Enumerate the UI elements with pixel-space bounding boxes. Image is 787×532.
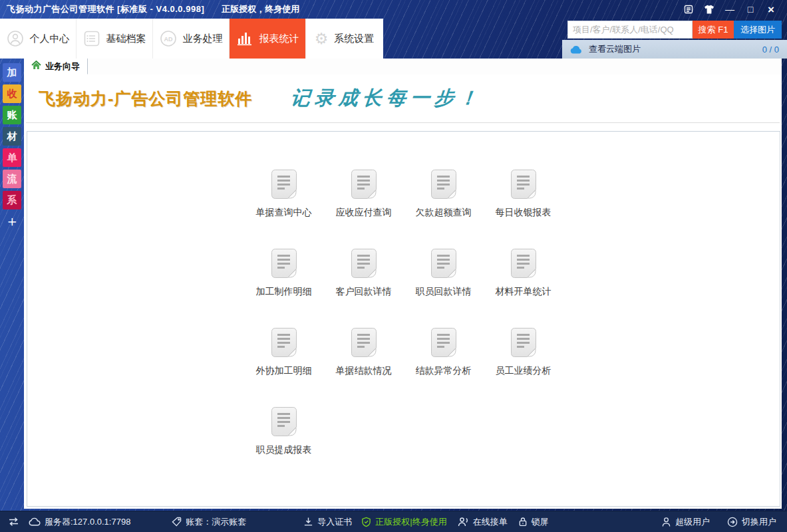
report-item-label: 加工制作明细	[256, 286, 312, 298]
switch-arrow-icon	[727, 517, 738, 527]
report-item-label: 外协加工明细	[256, 365, 312, 377]
document-icon	[271, 169, 297, 200]
swap-arrows-icon[interactable]	[8, 517, 19, 527]
cloud-bar-label: 查看云端图片	[589, 43, 641, 55]
minimize-button[interactable]: —	[724, 4, 735, 15]
quick-sidebar: 加 收 账 材 单 流 系 ＋	[0, 59, 24, 511]
report-item-receivable-payable[interactable]: 应收应付查询	[324, 169, 404, 219]
document-icon	[351, 327, 377, 358]
cloud-icon	[570, 45, 583, 54]
report-item-daily-cashier[interactable]: 每日收银报表	[484, 169, 563, 219]
report-item-label: 单据结款情况	[336, 365, 392, 377]
close-button[interactable]: ×	[766, 4, 776, 15]
tab-system-settings[interactable]: ⚙ 系统设置	[306, 19, 383, 59]
document-icon	[430, 248, 457, 279]
sidebar-item-liu[interactable]: 流	[3, 170, 21, 188]
report-item-settlement-status[interactable]: 单据结款情况	[324, 327, 404, 377]
tab-label: 业务处理	[183, 33, 223, 45]
maximize-button[interactable]: □	[745, 4, 756, 15]
document-icon	[351, 169, 377, 200]
report-item-staff-commission[interactable]: 职员提成报表	[244, 406, 324, 456]
main-nav: 个人中心 基础档案 AD 业务处理	[0, 19, 383, 59]
report-item-label: 员工业绩分析	[496, 365, 551, 377]
notes-icon[interactable]	[683, 4, 694, 15]
search-button[interactable]: 搜索 F1	[693, 21, 734, 39]
brand-logo: 飞扬动力-广告公司管理软件	[39, 88, 252, 110]
tab-personal-center[interactable]: 个人中心	[0, 19, 77, 59]
cloud-image-count: 0 / 0	[762, 45, 779, 55]
tab-label: 系统设置	[334, 33, 374, 45]
report-item-label: 单据查询中心	[256, 207, 312, 219]
license-note: 正版授权，终身使用	[222, 3, 299, 15]
report-item-label: 客户回款详情	[336, 286, 392, 298]
server-address: 服务器:127.0.0.1:7798	[45, 516, 130, 528]
brand-slogan: 记录成长每一步！	[290, 85, 484, 112]
tab-label: 报表统计	[259, 33, 299, 45]
report-item-processing-detail[interactable]: 加工制作明细	[244, 248, 324, 298]
super-user[interactable]: 超级用户	[661, 516, 710, 528]
super-user-label: 超级用户	[675, 516, 710, 528]
workspace-tabstrip: 业务向导	[24, 59, 782, 74]
document-icon	[510, 248, 537, 279]
document-icon	[271, 248, 297, 279]
bar-chart-icon	[236, 30, 253, 47]
sidebar-item-cai[interactable]: 材	[3, 127, 21, 146]
sidebar-item-jia[interactable]: 加	[3, 63, 21, 82]
document-icon	[271, 406, 297, 437]
tag-icon	[172, 517, 182, 527]
report-item-outsourcing-detail[interactable]: 外协加工明细	[244, 327, 324, 377]
window-controls: — □ ×	[683, 4, 787, 15]
search-input[interactable]	[567, 21, 693, 39]
switch-user-label: 切换用户	[742, 516, 776, 528]
sidebar-item-dan[interactable]: 单	[3, 148, 21, 167]
title-bar: 飞扬动力广告公司管理软件 [标准版 - V4.0.0.998] 正版授权，终身使…	[0, 0, 787, 19]
report-grid: 单据查询中心 应收应付查询 欠款超额查询 每日收银报表 加工制作明细	[27, 169, 780, 456]
report-item-material-billing[interactable]: 材料开单统计	[484, 248, 563, 298]
sidebar-item-zhang[interactable]: 账	[3, 106, 21, 124]
report-item-bill-query-center[interactable]: 单据查询中心	[244, 169, 324, 219]
report-item-label: 材料开单统计	[496, 286, 551, 298]
switch-user[interactable]: 切换用户	[727, 516, 776, 528]
ad-circle-icon: AD	[160, 30, 177, 47]
workspace-tab-label: 业务向导	[45, 61, 80, 72]
report-item-overdue-query[interactable]: 欠款超额查询	[404, 169, 484, 219]
account-set: 账套：演示账套	[172, 516, 246, 528]
import-certificate[interactable]: 导入证书	[303, 516, 352, 528]
report-item-label: 职员提成报表	[256, 444, 312, 456]
user-icon	[661, 517, 671, 527]
report-item-label: 每日收银报表	[496, 207, 551, 219]
cloud-images-bar[interactable]: 查看云端图片 0 / 0	[562, 40, 787, 59]
tab-business-wizard[interactable]: 业务向导	[24, 59, 88, 74]
sidebar-item-xi[interactable]: 系	[3, 191, 21, 209]
online-person-icon	[458, 517, 469, 527]
lock-icon	[518, 517, 528, 527]
choose-image-button[interactable]: 选择图片	[734, 21, 782, 39]
document-icon	[510, 169, 537, 200]
sidebar-item-shou[interactable]: 收	[3, 84, 21, 103]
document-icon	[430, 169, 457, 200]
online-orders[interactable]: 在线接单	[458, 516, 508, 528]
list-icon	[83, 30, 100, 47]
user-circle-icon	[7, 30, 24, 47]
download-icon	[303, 517, 313, 527]
home-icon	[31, 61, 41, 72]
report-item-label: 职员回款详情	[416, 286, 472, 298]
report-item-settlement-anomaly[interactable]: 结款异常分析	[404, 327, 484, 377]
lock-screen[interactable]: 锁屏	[518, 516, 549, 528]
search-area: 搜索 F1 选择图片	[567, 21, 782, 39]
window-title: 飞扬动力广告公司管理软件 [标准版 - V4.0.0.998]	[0, 3, 204, 15]
report-item-employee-performance[interactable]: 员工业绩分析	[484, 327, 563, 377]
online-orders-label: 在线接单	[473, 516, 508, 528]
report-item-label: 欠款超额查询	[416, 207, 472, 219]
logo-row: 飞扬动力-广告公司管理软件 记录成长每一步！	[26, 74, 780, 123]
report-item-staff-repayment[interactable]: 职员回款详情	[404, 248, 484, 298]
license-status: 正版授权|终身使用	[361, 516, 446, 528]
import-certificate-label: 导入证书	[317, 516, 352, 528]
report-item-customer-repayment[interactable]: 客户回款详情	[324, 248, 404, 298]
tab-report-statistics[interactable]: 报表统计	[230, 19, 306, 59]
tab-business-processing[interactable]: AD 业务处理	[153, 19, 230, 59]
skin-shirt-icon[interactable]	[704, 4, 714, 15]
sidebar-add-button[interactable]: ＋	[3, 214, 21, 229]
tab-basic-archives[interactable]: 基础档案	[77, 19, 153, 59]
report-panel: 单据查询中心 应收应付查询 欠款超额查询 每日收银报表 加工制作明细	[27, 131, 780, 507]
